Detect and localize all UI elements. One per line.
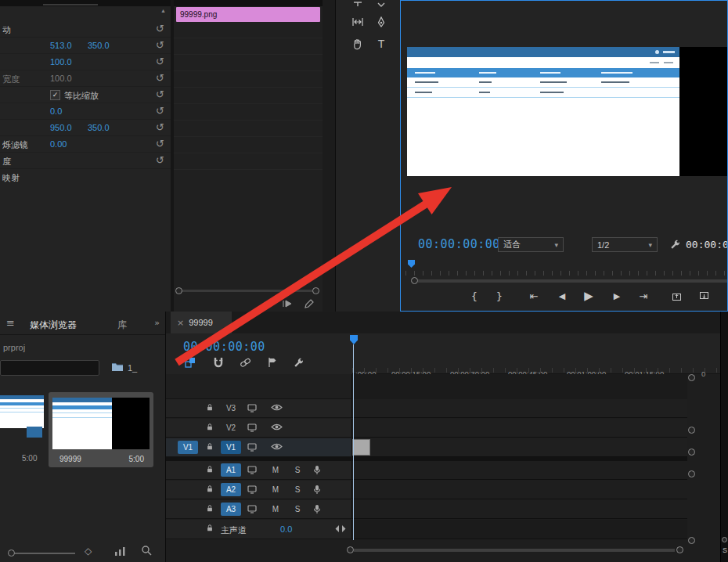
mark-in-button[interactable]: { (465, 287, 484, 304)
linked-selection-icon[interactable] (240, 357, 251, 369)
lock-icon[interactable] (206, 403, 214, 412)
fit-select[interactable]: 适合 ▾ (498, 237, 564, 252)
lock-icon[interactable] (206, 442, 214, 451)
lock-icon[interactable] (206, 465, 214, 474)
anchor-y-value[interactable]: 350.0 (88, 123, 110, 132)
keyframe-nav-icon[interactable] (335, 525, 346, 532)
timeline-clip[interactable] (352, 439, 370, 456)
solo-button[interactable]: S (291, 484, 304, 495)
extract-button[interactable] (694, 287, 713, 304)
rotation-value[interactable]: 0.0 (50, 106, 62, 116)
search-icon[interactable] (141, 545, 152, 556)
thumbnail-zoom-slider[interactable] (8, 553, 75, 554)
mute-button[interactable]: M (269, 464, 282, 476)
panel-menu-icon[interactable]: ≡ (6, 317, 15, 329)
mic-icon[interactable] (313, 504, 321, 514)
close-icon[interactable]: × (177, 318, 184, 328)
eye-icon[interactable] (271, 423, 283, 431)
program-seek-ruler[interactable] (405, 271, 727, 276)
timeline-timecode[interactable]: 00:00:00:00 (183, 340, 265, 354)
reset-icon[interactable]: ↺ (156, 105, 164, 117)
timeline-vscroll-handle[interactable] (688, 374, 695, 381)
mark-out-button[interactable]: } (490, 287, 509, 304)
track-resize-handle[interactable] (688, 449, 695, 456)
scroll-up-arrow[interactable]: ▲ (160, 8, 166, 13)
audio-track-lane[interactable] (352, 461, 687, 480)
tabs-overflow-icon[interactable]: » (154, 318, 160, 328)
track-resize-handle[interactable] (688, 427, 695, 434)
nest-insert-icon[interactable] (185, 357, 196, 369)
reset-icon[interactable]: ↺ (156, 23, 164, 35)
track-resize-handle[interactable] (688, 470, 695, 477)
track-badge-a2[interactable]: A2 (221, 483, 241, 496)
video-track-lane[interactable] (352, 419, 687, 438)
mute-button[interactable]: M (269, 484, 282, 495)
lock-icon[interactable] (206, 504, 214, 513)
lock-icon[interactable] (206, 423, 214, 431)
lock-icon[interactable] (206, 485, 214, 493)
position-x-value[interactable]: 513.0 (50, 41, 72, 50)
playback-resolution-select[interactable]: 1/2 ▾ (592, 237, 658, 252)
video-track-lane[interactable] (352, 438, 687, 457)
effect-clip-bar[interactable]: 99999.png (176, 7, 320, 22)
mic-icon[interactable] (313, 485, 321, 495)
play-button[interactable]: ▶ (579, 287, 598, 304)
fx-scrollbar-left-handle[interactable] (175, 287, 182, 294)
media-folder-icon[interactable] (111, 362, 124, 372)
add-marker-icon[interactable] (267, 357, 277, 368)
program-scrollbar-handle[interactable] (411, 277, 418, 284)
goto-in-button[interactable]: ⇤ (524, 287, 543, 304)
timeline-settings-wrench-icon[interactable] (293, 357, 305, 369)
tab-libraries[interactable]: 库 (117, 319, 127, 332)
sequence-tab[interactable]: × 99999 (171, 312, 232, 333)
sync-lock-icon[interactable] (247, 442, 257, 452)
settings-wrench-button[interactable] (669, 239, 681, 250)
track-badge-a1[interactable]: A1 (221, 463, 241, 477)
eye-icon[interactable] (271, 403, 283, 412)
source-patch-v1[interactable]: V1 (178, 441, 198, 454)
step-forward-button[interactable]: ▶ (607, 287, 626, 304)
timeline-playhead-line[interactable] (353, 344, 354, 540)
media-item[interactable]: 5:00 (0, 392, 44, 467)
step-back-button[interactable]: ◀ (553, 287, 571, 304)
mute-button[interactable]: M (269, 503, 282, 515)
video-track-lane[interactable] (352, 399, 687, 418)
sync-lock-icon[interactable] (247, 465, 257, 474)
partial-tool-icon[interactable] (373, 0, 389, 9)
pen-tool-icon[interactable] (373, 14, 389, 30)
track-badge-a3[interactable]: A3 (221, 503, 241, 516)
solo-button[interactable]: S (291, 464, 304, 476)
meter-handle[interactable] (722, 537, 727, 542)
reset-icon[interactable]: ↺ (156, 56, 164, 68)
antiflicker-value[interactable]: 0.00 (50, 139, 67, 149)
fx-scrollbar-right-handle[interactable] (312, 287, 319, 294)
timeline-hscroll-left-handle[interactable] (347, 546, 354, 553)
position-y-value[interactable]: 350.0 (88, 41, 110, 50)
type-tool-icon[interactable]: T (373, 36, 389, 52)
track-badge-v1[interactable]: V1 (221, 441, 241, 454)
scale-value[interactable]: 100.0 (50, 57, 72, 67)
timeline-hscroll-right-handle[interactable] (676, 546, 683, 553)
play-effect-audio-icon[interactable] (282, 299, 293, 308)
search-input[interactable] (0, 360, 99, 376)
fx-h-scrollbar[interactable] (182, 290, 315, 292)
reset-icon[interactable]: ↺ (156, 88, 164, 101)
solo-button[interactable]: S (291, 503, 304, 515)
reset-icon[interactable]: ↺ (156, 154, 164, 167)
reset-icon[interactable]: ↺ (156, 72, 164, 85)
uniform-scale-checkbox[interactable]: ✓ (50, 90, 60, 100)
timeline-vscroll-handle[interactable] (688, 537, 695, 544)
program-playhead[interactable] (408, 260, 415, 268)
timeline-hscroll-bar[interactable] (354, 549, 675, 552)
reset-icon[interactable]: ↺ (156, 121, 164, 134)
lift-button[interactable] (667, 287, 686, 304)
ripple-edit-tool-icon[interactable] (350, 14, 366, 30)
sync-lock-icon[interactable] (247, 485, 257, 494)
tab-media-browser[interactable]: 媒体浏览器 (30, 319, 77, 332)
hand-tool-icon[interactable] (350, 36, 366, 52)
track-badge-v3[interactable]: V3 (221, 402, 241, 415)
icon-view-toggle[interactable]: ◇ (85, 546, 92, 557)
eye-icon[interactable] (271, 442, 283, 451)
track-badge-v2[interactable]: V2 (221, 421, 241, 434)
media-item-selected[interactable]: 99999 5:00 (49, 392, 153, 467)
